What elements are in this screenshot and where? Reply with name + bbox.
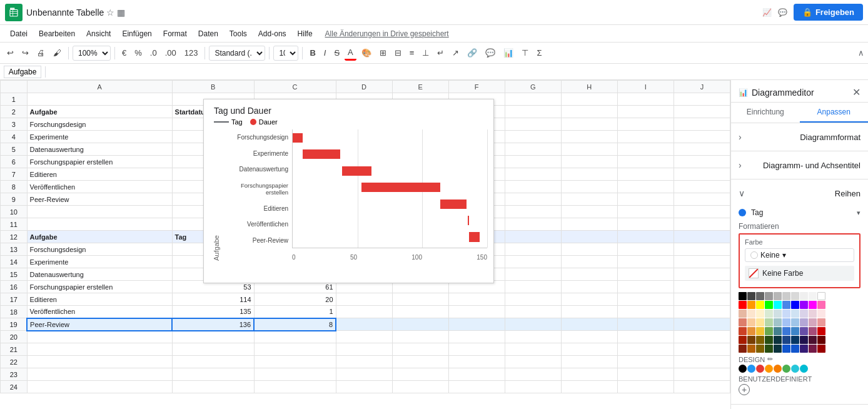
tab-anpassen[interactable]: Anpassen — [800, 103, 869, 123]
italic-button[interactable]: I — [321, 46, 330, 59]
swatch[interactable] — [739, 336, 747, 344]
col-H[interactable]: H — [561, 81, 617, 93]
cell-reference-input[interactable] — [4, 66, 41, 78]
share-button[interactable]: 🔒 Freigeben — [794, 4, 863, 21]
swatch[interactable] — [739, 301, 747, 309]
swatch[interactable] — [739, 292, 747, 300]
menu-ansicht[interactable]: Ansicht — [81, 28, 116, 39]
swatch[interactable] — [747, 301, 755, 309]
strikethrough-button[interactable]: S — [331, 46, 343, 59]
swatch[interactable] — [739, 318, 747, 326]
function-button[interactable]: Σ — [533, 46, 545, 59]
swatch[interactable] — [765, 345, 773, 353]
percent-button[interactable]: % — [131, 46, 145, 59]
swatch[interactable] — [756, 327, 764, 335]
swatch[interactable] — [756, 292, 764, 300]
swatch[interactable] — [747, 345, 755, 353]
swatch[interactable] — [800, 318, 808, 326]
keine-button[interactable]: Keine ▾ — [745, 248, 854, 262]
swatch[interactable] — [774, 310, 782, 318]
swatch[interactable] — [765, 336, 773, 344]
achsentitel-header[interactable]: › Diagramm- und Achsentitel — [739, 156, 860, 174]
design-swatch[interactable] — [756, 365, 764, 373]
currency-button[interactable]: € — [119, 46, 129, 59]
swatch[interactable] — [774, 336, 782, 344]
rotate-button[interactable]: ↗ — [449, 46, 462, 59]
col-A[interactable]: A — [27, 81, 172, 93]
col-D[interactable]: D — [336, 81, 392, 93]
swatch[interactable] — [765, 301, 773, 309]
design-swatch[interactable] — [782, 365, 790, 373]
menu-tools[interactable]: Tools — [225, 28, 252, 39]
design-swatch[interactable] — [747, 365, 755, 373]
diagrammformat-header[interactable]: › Diagrammformat — [739, 128, 860, 146]
swatch[interactable] — [809, 336, 817, 344]
swatch[interactable] — [817, 301, 825, 309]
swatch[interactable] — [765, 292, 773, 300]
formula-input[interactable] — [49, 68, 864, 76]
swatch[interactable] — [791, 292, 799, 300]
menu-daten[interactable]: Daten — [193, 28, 223, 39]
align-button[interactable]: ≡ — [406, 46, 418, 59]
swatch[interactable] — [756, 310, 764, 318]
swatch[interactable] — [817, 345, 825, 353]
swatch[interactable] — [739, 327, 747, 335]
font-style-select[interactable]: Standard (... — [209, 46, 265, 61]
swatch[interactable] — [800, 310, 808, 318]
swatch[interactable] — [791, 345, 799, 353]
add-custom-color-button[interactable]: + — [739, 384, 750, 395]
col-G[interactable]: G — [505, 81, 561, 93]
design-swatch[interactable] — [791, 365, 799, 373]
font-size-select[interactable]: 10 — [273, 46, 298, 61]
reihen-dropdown-icon[interactable]: ▾ — [857, 209, 860, 217]
swatch[interactable] — [800, 327, 808, 335]
folder-icon[interactable]: ▦ — [117, 8, 125, 18]
redo-button[interactable]: ↪ — [19, 46, 32, 59]
keine-farbe-item[interactable]: Keine Farbe — [745, 266, 854, 281]
highlight-button[interactable]: 🎨 — [358, 46, 375, 59]
swatch[interactable] — [747, 310, 755, 318]
swatch[interactable] — [817, 336, 825, 344]
swatch[interactable] — [809, 292, 817, 300]
col-F[interactable]: F — [448, 81, 505, 93]
swatch[interactable] — [756, 301, 764, 309]
swatch[interactable] — [817, 318, 825, 326]
textwrap-button[interactable]: ↵ — [434, 46, 447, 59]
valign-button[interactable]: ⊥ — [419, 46, 432, 59]
document-title[interactable]: Unbenannte Tabelle — [26, 8, 104, 18]
swatch[interactable] — [756, 336, 764, 344]
swatch[interactable] — [791, 336, 799, 344]
swatch[interactable] — [782, 318, 790, 326]
chart-container[interactable]: Tag und Dauer Tag Dauer Aufgabe Forschun… — [203, 99, 494, 283]
swatch[interactable] — [817, 310, 825, 318]
swatch[interactable] — [809, 318, 817, 326]
link-button[interactable]: 🔗 — [464, 46, 480, 59]
swatch[interactable] — [747, 327, 755, 335]
swatch[interactable] — [765, 327, 773, 335]
toolbar-collapse-button[interactable]: ∧ — [858, 48, 864, 58]
swatch[interactable] — [809, 327, 817, 335]
swatch[interactable] — [791, 318, 799, 326]
reihen-header[interactable]: ∨ Reihen — [739, 184, 860, 202]
col-B[interactable]: B — [172, 81, 254, 93]
merge-button[interactable]: ⊟ — [391, 46, 405, 59]
menu-addons[interactable]: Add-ons — [253, 28, 291, 39]
swatch[interactable] — [774, 318, 782, 326]
col-E[interactable]: E — [392, 81, 448, 93]
swatch[interactable] — [791, 310, 799, 318]
swatch[interactable] — [809, 310, 817, 318]
design-swatch[interactable] — [739, 365, 747, 373]
swatch[interactable] — [747, 318, 755, 326]
borders-button[interactable]: ⊞ — [376, 46, 390, 59]
swatch[interactable] — [782, 292, 790, 300]
chart-tb-button[interactable]: 📊 — [500, 46, 517, 59]
swatch[interactable] — [800, 301, 808, 309]
zoom-select[interactable]: 100% — [73, 46, 111, 61]
swatch[interactable] — [765, 318, 773, 326]
swatch[interactable] — [800, 336, 808, 344]
format-123-button[interactable]: 123 — [181, 46, 201, 59]
col-C[interactable]: C — [254, 81, 336, 93]
design-swatch[interactable] — [774, 365, 782, 373]
swatch[interactable] — [774, 292, 782, 300]
design-swatch[interactable] — [765, 365, 773, 373]
